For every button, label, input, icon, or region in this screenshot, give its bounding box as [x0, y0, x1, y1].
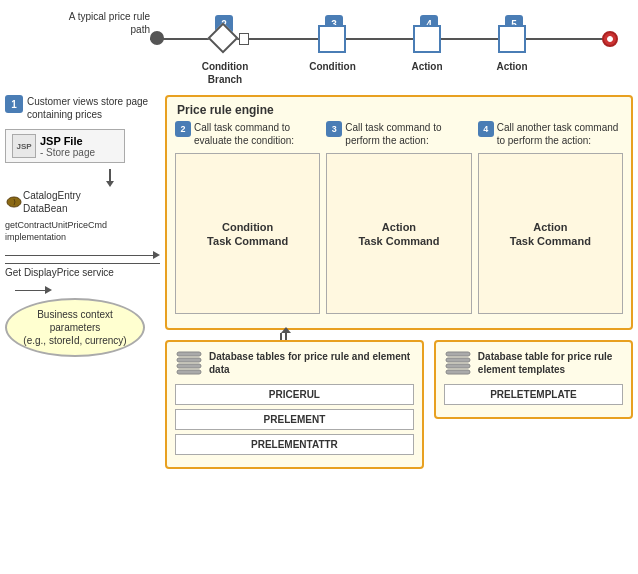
svg-rect-6 — [446, 358, 470, 362]
left-panel: 1 Customer views store page containing p… — [5, 95, 160, 569]
action1-task-command: Action Task Command — [326, 153, 471, 314]
action2-shape — [498, 25, 526, 53]
table-pricerul: PRICERUL — [175, 384, 414, 405]
jsp-sub: - Store page — [40, 147, 95, 158]
svg-rect-4 — [177, 370, 201, 374]
svg-rect-8 — [446, 370, 470, 374]
db-right-box: Database table for price rule element te… — [434, 340, 633, 419]
svg-rect-2 — [177, 358, 201, 362]
db-right-header: Database table for price rule element te… — [444, 350, 623, 378]
arrow-jsp-catalog — [60, 169, 160, 187]
db-left-box: Database tables for price rule and eleme… — [165, 340, 424, 469]
action1-shape — [413, 25, 441, 53]
col2-badge: 3 — [326, 121, 342, 137]
engine-title: Price rule engine — [167, 97, 631, 121]
db-right-title: Database table for price rule element te… — [478, 350, 623, 376]
call-text-3: 4 Call another task command to perform t… — [478, 121, 623, 147]
condition-label: Condition — [305, 60, 360, 73]
flow-connector-box — [239, 33, 249, 45]
flow-start-dot — [150, 31, 164, 45]
catalog-title: CatalogEntryDataBean — [23, 189, 81, 215]
action1-label: Action — [403, 60, 451, 73]
bottom-section: Database tables for price rule and eleme… — [165, 340, 633, 569]
db-left-header: Database tables for price rule and eleme… — [175, 350, 414, 378]
svg-rect-1 — [177, 352, 201, 356]
col1-badge: 2 — [175, 121, 191, 137]
customer-step: 1 Customer views store page containing p… — [5, 95, 160, 121]
jsp-title: JSP File — [40, 135, 95, 147]
table-preletemplate: PRELETEMPLATE — [444, 384, 623, 405]
engine-col-2: 3 Call task command to perform the actio… — [326, 121, 471, 314]
col2-call-text: Call task command to perform the action: — [345, 121, 471, 147]
step-1-badge: 1 — [5, 95, 23, 113]
condition-branch-label: ConditionBranch — [195, 60, 255, 86]
service-arrow2 — [15, 286, 160, 294]
customer-step-text: Customer views store page containing pri… — [27, 95, 160, 121]
impl-text: getContractUnitPriceCmd implementation — [5, 219, 160, 243]
engine-col-3: 4 Call another task command to perform t… — [478, 121, 623, 314]
table-prelement: PRELEMENT — [175, 409, 414, 430]
service-label: Get DisplayPrice service — [5, 263, 160, 278]
db-left-title: Database tables for price rule and eleme… — [209, 350, 414, 376]
call-text-1: 2 Call task command to evaluate the cond… — [175, 121, 320, 147]
condition-shape — [318, 25, 346, 53]
condition-branch-shape — [207, 22, 238, 53]
ellipse-box: Business context parameters (e.g., store… — [5, 298, 145, 357]
top-flow-diagram: A typical price rule path 2 ConditionBra… — [60, 5, 628, 90]
catalog-icon — [5, 195, 23, 209]
flow-label: A typical price rule path — [60, 10, 150, 36]
db-right-icon — [444, 350, 472, 378]
svg-rect-3 — [177, 364, 201, 368]
col3-badge: 4 — [478, 121, 494, 137]
condition-task-command: Condition Task Command — [175, 153, 320, 314]
call-text-2: 3 Call task command to perform the actio… — [326, 121, 471, 147]
db-left-icon — [175, 350, 203, 378]
action2-label: Action — [488, 60, 536, 73]
svg-rect-7 — [446, 364, 470, 368]
action2-task-command: Action Task Command — [478, 153, 623, 314]
svg-rect-5 — [446, 352, 470, 356]
svg-point-0 — [7, 197, 21, 207]
end-badge — [602, 31, 618, 47]
engine-col-1: 2 Call task command to evaluate the cond… — [175, 121, 320, 314]
jsp-icon: JSP — [12, 134, 36, 158]
col3-call-text: Call another task command to perform the… — [497, 121, 623, 147]
price-rule-engine: Price rule engine 2 Call task command to… — [165, 95, 633, 330]
col1-call-text: Call task command to evaluate the condit… — [194, 121, 320, 147]
engine-columns: 2 Call task command to evaluate the cond… — [167, 121, 631, 322]
catalog-entry: CatalogEntryDataBean — [5, 189, 160, 215]
jsp-box: JSP JSP File - Store page — [5, 129, 125, 163]
table-prelementattr: PRELEMENTATTR — [175, 434, 414, 455]
service-arrow-row — [5, 251, 160, 259]
ellipse-text: Business context parameters (e.g., store… — [23, 309, 126, 346]
